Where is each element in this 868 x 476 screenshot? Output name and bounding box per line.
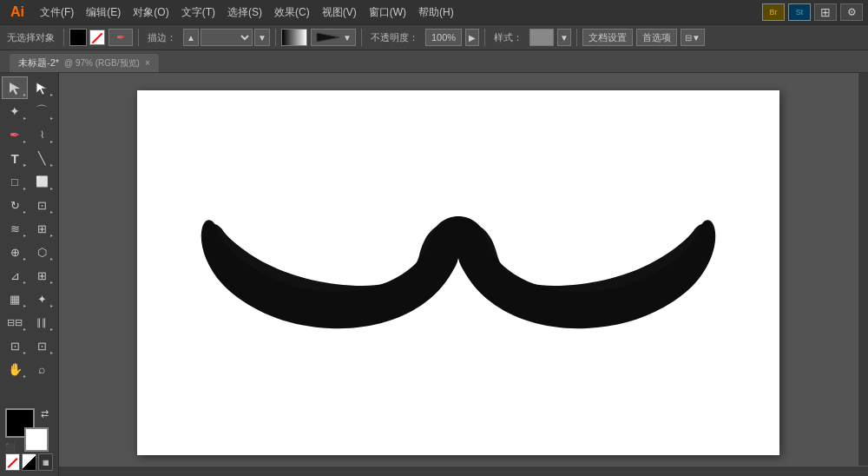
divider-3 bbox=[275, 29, 276, 46]
reset-colors-icon[interactable]: ⬛ bbox=[5, 443, 15, 452]
main-area: ▸ ▸ ✦▸ ⌒▸ ✒▸ ⌇▸ T▸ ╲▸ □▸ ⬜▸ ↻▸ ⊡▸ ≋▸ bbox=[0, 73, 868, 476]
stroke-down-icon[interactable]: ▼ bbox=[254, 29, 270, 46]
left-toolbar: ▸ ▸ ✦▸ ⌒▸ ✒▸ ⌇▸ T▸ ╲▸ □▸ ⬜▸ ↻▸ ⊡▸ ≋▸ bbox=[0, 73, 59, 476]
document-tab[interactable]: 未标题-2* @ 97% (RGB/预览) × bbox=[9, 53, 160, 72]
workspace-icon[interactable]: ⊟▼ bbox=[681, 29, 705, 46]
tool-row-7: ≋▸ ⊞▸ bbox=[2, 217, 56, 240]
mesh-tool[interactable]: ⊞▸ bbox=[29, 264, 55, 287]
tool-row-8: ⊕▸ ⬡▸ bbox=[2, 241, 56, 263]
background-color[interactable] bbox=[24, 427, 49, 452]
divider-5 bbox=[484, 29, 485, 46]
scale-tool[interactable]: ⊡▸ bbox=[29, 194, 55, 216]
menu-bar[interactable]: 文件(F) 编辑(E) 对象(O) 文字(T) 选择(S) 效果(C) 视图(V… bbox=[35, 3, 459, 22]
type-tool[interactable]: T▸ bbox=[2, 147, 28, 169]
no-fill-swatch[interactable] bbox=[5, 453, 20, 471]
shape-tool[interactable]: □▸ bbox=[2, 170, 28, 193]
gradient-swatch[interactable] bbox=[22, 453, 36, 471]
curvature-tool[interactable]: ⌇▸ bbox=[29, 123, 55, 146]
opacity-value[interactable]: 100% bbox=[425, 29, 462, 46]
eraser-tool[interactable]: ⬜▸ bbox=[29, 170, 55, 193]
bridge-icon[interactable]: Br bbox=[762, 3, 785, 21]
divider-4 bbox=[361, 29, 362, 46]
gradient-tool[interactable]: ▦▸ bbox=[2, 288, 28, 310]
tool-row-10: ▦▸ ✦▸ bbox=[2, 288, 56, 310]
svg-marker-2 bbox=[36, 83, 47, 95]
tool-row-9: ⊿▸ ⊞▸ bbox=[2, 264, 56, 287]
menu-object[interactable]: 对象(O) bbox=[128, 3, 174, 22]
lasso-tool[interactable]: ⌒▸ bbox=[29, 100, 55, 122]
free-transform-tool[interactable]: ⊞▸ bbox=[29, 217, 55, 240]
doc-settings-button[interactable]: 文档设置 bbox=[582, 29, 633, 46]
canvas-area[interactable] bbox=[59, 73, 868, 476]
grid-icon[interactable]: ⊞ bbox=[814, 3, 837, 21]
perspective-tool[interactable]: ⊿▸ bbox=[2, 264, 28, 287]
select-tool[interactable]: ▸ bbox=[2, 76, 28, 99]
stroke-up-icon[interactable]: ▲ bbox=[183, 29, 199, 46]
preferences-button[interactable]: 首选项 bbox=[636, 29, 677, 46]
stock-icon[interactable]: St bbox=[788, 3, 811, 21]
style-label: 样式： bbox=[490, 31, 526, 44]
arrow-dropdown[interactable]: ▼ bbox=[311, 29, 356, 46]
tool-row-2: ✦▸ ⌒▸ bbox=[2, 100, 56, 122]
menu-help[interactable]: 帮助(H) bbox=[413, 3, 459, 22]
eyedropper-tool[interactable]: ✦▸ bbox=[29, 288, 55, 310]
title-bar: Ai 文件(F) 编辑(E) 对象(O) 文字(T) 选择(S) 效果(C) 视… bbox=[0, 0, 868, 24]
magic-wand-tool[interactable]: ✦▸ bbox=[2, 100, 28, 122]
divider-2 bbox=[138, 29, 139, 46]
chart-tool[interactable]: ⊟⊟▸ bbox=[2, 311, 28, 334]
menu-view[interactable]: 视图(V) bbox=[317, 3, 362, 22]
pattern-swatch[interactable]: ▦ bbox=[38, 453, 53, 471]
tool-row-4: T▸ ╲▸ bbox=[2, 147, 56, 169]
svg-marker-0 bbox=[317, 33, 339, 42]
selection-label: 无选择对象 bbox=[3, 31, 58, 44]
color-swatch-main: ⇄ ⬛ bbox=[5, 408, 49, 452]
zoom-tool[interactable]: ⌕ bbox=[29, 358, 55, 380]
column-chart-tool[interactable]: ∥∥▸ bbox=[29, 311, 55, 334]
tab-close-button[interactable]: × bbox=[145, 58, 150, 68]
stroke-width-select[interactable] bbox=[201, 29, 253, 46]
tab-subtitle: @ 97% (RGB/预览) bbox=[64, 57, 140, 69]
document-canvas bbox=[137, 90, 779, 455]
pen-tool-icon[interactable]: ✒ bbox=[108, 29, 133, 46]
live-paint-tool[interactable]: ⬡▸ bbox=[29, 241, 55, 263]
artboard-tool[interactable]: ⊡▸ bbox=[2, 334, 28, 357]
gradient-selector[interactable] bbox=[281, 29, 307, 46]
mustache-artwork bbox=[189, 151, 727, 394]
menu-type[interactable]: 文字(T) bbox=[176, 3, 220, 22]
tool-row-13: ✋▸ ⌕ bbox=[2, 358, 56, 380]
svg-marker-1 bbox=[10, 83, 20, 95]
vertical-scrollbar[interactable] bbox=[858, 73, 868, 476]
style-dropdown-icon[interactable]: ▼ bbox=[557, 29, 571, 46]
direct-select-tool[interactable]: ▸ bbox=[29, 76, 55, 99]
stroke-color-swatch[interactable] bbox=[89, 30, 105, 45]
title-bar-right: Br St ⊞ ⚙ bbox=[762, 3, 863, 21]
menu-select[interactable]: 选择(S) bbox=[222, 3, 267, 22]
menu-edit[interactable]: 编辑(E) bbox=[81, 3, 126, 22]
opacity-expand-icon[interactable]: ▶ bbox=[465, 29, 479, 46]
search-icon[interactable]: ⚙ bbox=[840, 3, 863, 21]
color-mode-row: ▦ bbox=[5, 453, 53, 471]
divider-6 bbox=[576, 29, 577, 46]
color-swatches: ⇄ ⬛ ▦ bbox=[2, 405, 56, 473]
style-swatch[interactable] bbox=[529, 29, 554, 46]
warp-tool[interactable]: ≋▸ bbox=[2, 217, 28, 240]
slice-tool[interactable]: ⊡▸ bbox=[29, 334, 55, 357]
tool-row-1: ▸ ▸ bbox=[2, 76, 56, 99]
divider-1 bbox=[63, 29, 64, 46]
swap-colors-icon[interactable]: ⇄ bbox=[41, 408, 49, 420]
menu-window[interactable]: 窗口(W) bbox=[364, 3, 411, 22]
line-tool[interactable]: ╲▸ bbox=[29, 147, 55, 169]
tool-row-6: ↻▸ ⊡▸ bbox=[2, 194, 56, 216]
fill-color-swatch[interactable] bbox=[69, 29, 87, 46]
app-logo: Ai bbox=[5, 4, 30, 20]
opacity-label: 不透明度： bbox=[367, 31, 422, 44]
stroke-label: 描边： bbox=[144, 31, 180, 44]
menu-effect[interactable]: 效果(C) bbox=[269, 3, 315, 22]
shape-builder-tool[interactable]: ⊕▸ bbox=[2, 241, 28, 263]
horizontal-scrollbar[interactable] bbox=[59, 466, 868, 476]
hand-tool[interactable]: ✋▸ bbox=[2, 358, 28, 380]
properties-toolbar: 无选择对象 ✒ 描边： ▲ ▼ ▼ 不透明度： 100% ▶ 样式： ▼ 文档设… bbox=[0, 24, 868, 50]
pen-tool[interactable]: ✒▸ bbox=[2, 123, 28, 146]
menu-file[interactable]: 文件(F) bbox=[35, 3, 79, 22]
rotate-tool[interactable]: ↻▸ bbox=[2, 194, 28, 216]
